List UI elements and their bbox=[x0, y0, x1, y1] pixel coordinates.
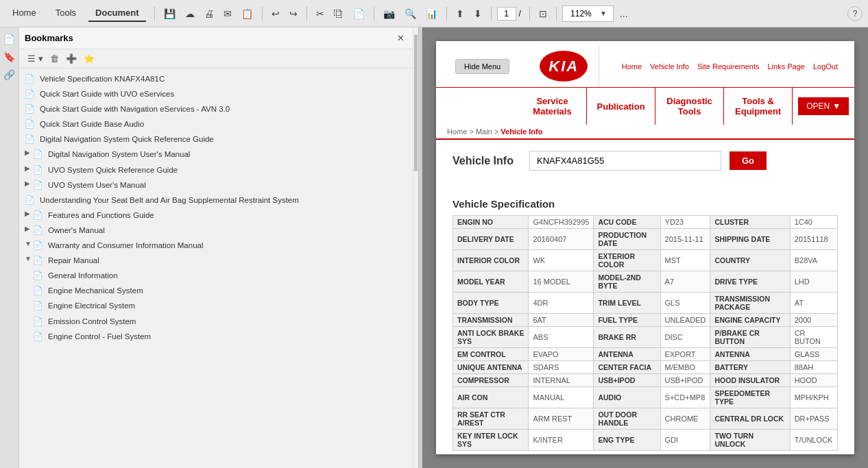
bookmark-add-btn[interactable]: ➕ bbox=[63, 52, 80, 65]
list-item[interactable]: ▶ 📄 Digital Navigation System User's Man… bbox=[19, 147, 413, 162]
list-item[interactable]: 📄 Quick Start Guide with UVO eServices bbox=[19, 86, 413, 101]
upload-button[interactable]: ☁ bbox=[182, 7, 198, 21]
list-item[interactable]: ▼ 📄 Warranty and Consumer Information Ma… bbox=[19, 238, 413, 253]
list-item[interactable]: 📄 Quick Start Guide Base Audio bbox=[19, 116, 413, 132]
bookmarks-close-button[interactable]: ✕ bbox=[394, 32, 407, 45]
bookmark-label: UVO System User's Manual bbox=[48, 180, 407, 190]
list-item[interactable]: 📄 Engine Mechanical System bbox=[19, 283, 413, 298]
list-item[interactable]: 📄 Vehicle Specification KNAFX4A81C bbox=[19, 71, 413, 86]
spec-value-cell: 20160407 bbox=[529, 229, 594, 250]
topnav-links-page[interactable]: Links Page bbox=[767, 62, 804, 71]
bookmark-label: Vehicle Specification KNAFX4A81C bbox=[40, 73, 407, 84]
open-button[interactable]: OPEN ▼ bbox=[798, 97, 849, 115]
email-button[interactable]: ✉ bbox=[220, 7, 235, 21]
kia-top-navigation: Home Vehicle Info Site Requirements Link… bbox=[614, 60, 846, 73]
list-item[interactable]: 📄 Engine Control - Fuel System bbox=[19, 329, 413, 344]
list-item[interactable]: 📄 Quick Start Guide with Navigation eSer… bbox=[19, 101, 413, 116]
topnav-vehicle-info[interactable]: Vehicle Info bbox=[650, 62, 689, 71]
save-button[interactable]: 💾 bbox=[160, 7, 179, 21]
spec-label-cell: TRANSMISSION bbox=[453, 314, 529, 327]
list-item[interactable]: 📄 Understanding Your Seat Belt and Air B… bbox=[19, 193, 413, 208]
spec-value-cell: GLS bbox=[660, 293, 710, 314]
sidebar-layers-icon[interactable]: 🔗 bbox=[2, 67, 17, 82]
spec-value-cell: A7 bbox=[660, 271, 710, 293]
list-item[interactable]: ▶ 📄 UVO System Quick Reference Guide bbox=[19, 162, 413, 177]
help-button[interactable]: ? bbox=[847, 6, 863, 21]
search-button[interactable]: 🔍 bbox=[401, 7, 420, 21]
chart-button[interactable]: 📊 bbox=[422, 7, 441, 21]
bookmark-label: Warranty and Consumer Information Manual bbox=[48, 240, 407, 251]
bookmark-label: Emission Control System bbox=[48, 316, 407, 327]
expand-icon[interactable]: ▼ bbox=[25, 240, 33, 247]
nav-diagnostic-tools[interactable]: Diagnostic Tools bbox=[655, 88, 724, 125]
spec-label-cell: BRAKE RR bbox=[594, 327, 660, 348]
list-item[interactable]: 📄 Emission Control System bbox=[19, 314, 413, 329]
go-button[interactable]: Go bbox=[730, 151, 767, 170]
spec-label-cell: AUDIO bbox=[594, 387, 660, 408]
scrollbar-thumb[interactable] bbox=[414, 34, 418, 171]
toolbar-separator-2 bbox=[262, 7, 263, 21]
spec-label-cell: BODY TYPE bbox=[453, 293, 529, 314]
scroll-down-button[interactable]: ⬇ bbox=[470, 7, 485, 21]
spec-label-cell: UNIQUE ANTENNA bbox=[453, 361, 529, 374]
expand-icon[interactable]: ▶ bbox=[25, 149, 33, 156]
tab-home[interactable]: Home bbox=[5, 5, 43, 22]
list-item[interactable]: 📄 Digital Navigation System Quick Refere… bbox=[19, 132, 413, 147]
list-item[interactable]: ▶ 📄 Owner's Manual bbox=[19, 223, 413, 238]
sidebar-pages-icon[interactable]: 📄 bbox=[2, 32, 17, 47]
more-options-button[interactable]: ... bbox=[616, 7, 631, 21]
spec-label-cell: DRIVE TYPE bbox=[710, 271, 790, 293]
breadcrumb-main[interactable]: Main bbox=[476, 127, 492, 136]
list-item[interactable]: ▼ 📄 Repair Manual bbox=[19, 253, 413, 268]
list-item[interactable]: ▶ 📄 UVO System User's Manual bbox=[19, 177, 413, 193]
expand-icon[interactable]: ▶ bbox=[25, 164, 33, 172]
page-number-input[interactable] bbox=[497, 7, 516, 21]
sidebar-scrollbar[interactable] bbox=[413, 27, 418, 468]
breadcrumb-home[interactable]: Home bbox=[447, 127, 467, 136]
bookmark-star-btn[interactable]: ⭐ bbox=[81, 52, 97, 65]
spec-value-cell: 88AH bbox=[790, 361, 837, 374]
expand-icon[interactable]: ▶ bbox=[25, 225, 33, 232]
topnav-site-requirements[interactable]: Site Requirements bbox=[697, 62, 760, 71]
bookmark-doc-icon: 📄 bbox=[33, 301, 45, 310]
tab-tools[interactable]: Tools bbox=[49, 5, 83, 22]
hide-menu-button[interactable]: Hide Menu bbox=[455, 59, 509, 74]
spec-value-cell: DISC bbox=[660, 327, 710, 348]
paste-button[interactable]: 📄 bbox=[350, 7, 368, 21]
list-item[interactable]: 📄 Engine Electrical System bbox=[19, 298, 413, 313]
expand-icon[interactable]: ▶ bbox=[25, 180, 33, 187]
copy-button[interactable]: ⿻ bbox=[330, 7, 347, 21]
cut-button[interactable]: ✂ bbox=[313, 7, 328, 21]
bookmark-label: General Information bbox=[48, 270, 407, 281]
undo-button[interactable]: ↩ bbox=[268, 7, 283, 21]
bookmark-label: Understanding Your Seat Belt and Air Bag… bbox=[40, 195, 407, 206]
spec-label-cell: RR SEAT CTR A/REST bbox=[453, 408, 529, 430]
nav-tools-equipment[interactable]: Tools & Equipment bbox=[724, 88, 793, 125]
expand-icon[interactable]: ▶ bbox=[25, 210, 33, 217]
bookmark-doc-icon: 📄 bbox=[33, 317, 45, 326]
zoom-input[interactable] bbox=[566, 8, 596, 20]
nav-publication[interactable]: Publication bbox=[587, 88, 655, 125]
spec-value-cell: YD23 bbox=[660, 216, 710, 229]
bookmark-delete-btn[interactable]: 🗑 bbox=[47, 52, 62, 65]
spec-label-cell: EM CONTROL bbox=[453, 348, 529, 361]
nav-service-materials[interactable]: Service Materials bbox=[518, 88, 587, 125]
spec-value-cell: ARM REST bbox=[529, 408, 594, 430]
topnav-logout[interactable]: LogOut bbox=[813, 62, 838, 71]
list-item[interactable]: ▶ 📄 Features and Functions Guide bbox=[19, 208, 413, 223]
expand-icon[interactable]: ▼ bbox=[25, 255, 33, 262]
list-item[interactable]: 📄 General Information bbox=[19, 268, 413, 283]
redo-button[interactable]: ↪ bbox=[286, 7, 301, 21]
screenshot-button[interactable]: 📷 bbox=[380, 7, 398, 21]
topnav-home[interactable]: Home bbox=[622, 62, 642, 71]
vin-input[interactable] bbox=[529, 151, 721, 171]
stamp-button[interactable]: 📋 bbox=[238, 7, 256, 21]
zoom-dropdown-button[interactable]: ▼ bbox=[596, 8, 610, 19]
fit-button[interactable]: ⊡ bbox=[535, 7, 551, 21]
scroll-up-button[interactable]: ⬆ bbox=[453, 7, 468, 21]
print-button[interactable]: 🖨 bbox=[201, 7, 217, 21]
tab-document[interactable]: Document bbox=[88, 5, 146, 22]
bookmark-expand-btn[interactable]: ☰ ▾ bbox=[25, 52, 46, 65]
bookmark-label: Quick Start Guide Base Audio bbox=[40, 119, 407, 130]
sidebar-bookmarks-icon[interactable]: 🔖 bbox=[2, 49, 17, 64]
